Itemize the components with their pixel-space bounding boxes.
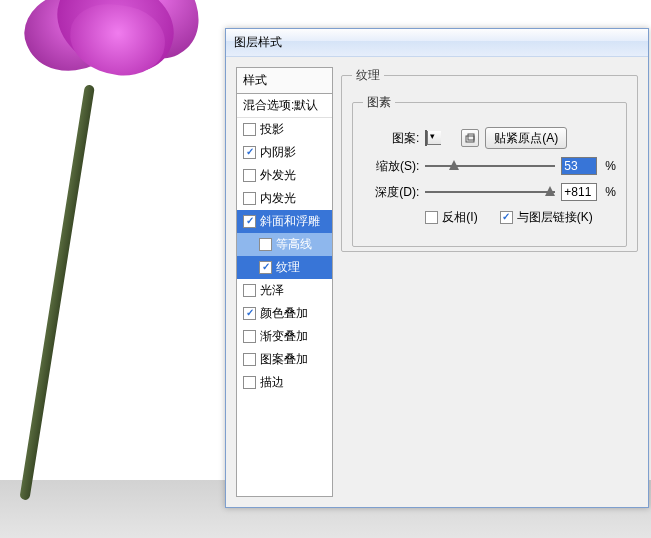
dialog-title: 图层样式 (234, 35, 282, 49)
style-item-checkbox[interactable] (243, 146, 256, 159)
pattern-dropdown-icon[interactable] (427, 131, 441, 145)
blend-options-row[interactable]: 混合选项:默认 (237, 94, 332, 118)
svg-rect-1 (468, 134, 474, 140)
scale-slider[interactable] (425, 159, 555, 173)
style-item-outer-glow[interactable]: 外发光 (237, 164, 332, 187)
style-item-color-overlay[interactable]: 颜色叠加 (237, 302, 332, 325)
style-item-checkbox[interactable] (243, 307, 256, 320)
style-item-label: 纹理 (276, 259, 300, 276)
style-item-label: 图案叠加 (260, 351, 308, 368)
snap-origin-button[interactable]: 贴紧原点(A) (485, 127, 567, 149)
snap-origin-label: 贴紧原点(A) (494, 130, 558, 147)
dialog-titlebar[interactable]: 图层样式 (226, 29, 648, 57)
style-item-pattern-overlay[interactable]: 图案叠加 (237, 348, 332, 371)
depth-row: 深度(D): % (363, 183, 616, 201)
style-item-drop-shadow[interactable]: 投影 (237, 118, 332, 141)
style-item-label: 颜色叠加 (260, 305, 308, 322)
new-preset-button[interactable] (461, 129, 479, 147)
style-item-label: 内发光 (260, 190, 296, 207)
depth-pct: % (605, 185, 616, 199)
styles-list: 样式 混合选项:默认 投影内阴影外发光内发光斜面和浮雕等高线纹理光泽颜色叠加渐变… (236, 67, 333, 497)
svg-rect-0 (466, 136, 474, 142)
style-item-label: 等高线 (276, 236, 312, 253)
style-item-checkbox[interactable] (243, 123, 256, 136)
pattern-row: 图案: 贴紧原点(A) (363, 127, 616, 149)
texture-panel: 纹理 图素 图案: (341, 67, 638, 497)
link-checkbox[interactable]: 与图层链接(K) (500, 209, 593, 226)
depth-slider[interactable] (425, 185, 555, 199)
flower-head (15, 0, 215, 95)
style-item-checkbox[interactable] (243, 169, 256, 182)
style-item-checkbox[interactable] (243, 353, 256, 366)
style-item-stroke[interactable]: 描边 (237, 371, 332, 394)
style-item-checkbox[interactable] (243, 330, 256, 343)
style-item-contour[interactable]: 等高线 (237, 233, 332, 256)
pattern-label: 图案: (363, 130, 419, 147)
scale-row: 缩放(S): % (363, 157, 616, 175)
depth-input[interactable] (561, 183, 597, 201)
texture-fieldset: 纹理 图素 图案: (341, 67, 638, 252)
style-item-label: 投影 (260, 121, 284, 138)
style-item-checkbox[interactable] (259, 238, 272, 251)
elements-legend: 图素 (363, 94, 395, 111)
style-item-checkbox[interactable] (243, 284, 256, 297)
texture-legend: 纹理 (352, 67, 384, 84)
scale-label: 缩放(S): (363, 158, 419, 175)
style-item-texture[interactable]: 纹理 (237, 256, 332, 279)
scale-input[interactable] (561, 157, 597, 175)
style-item-label: 光泽 (260, 282, 284, 299)
style-item-label: 外发光 (260, 167, 296, 184)
style-item-checkbox[interactable] (243, 192, 256, 205)
options-row: 反相(I) 与图层链接(K) (425, 209, 616, 226)
flower-stem (19, 84, 95, 500)
layer-style-dialog: 图层样式 样式 混合选项:默认 投影内阴影外发光内发光斜面和浮雕等高线纹理光泽颜… (225, 28, 649, 508)
style-item-checkbox[interactable] (243, 215, 256, 228)
style-item-bevel-emboss[interactable]: 斜面和浮雕 (237, 210, 332, 233)
style-item-label: 斜面和浮雕 (260, 213, 320, 230)
style-item-label: 渐变叠加 (260, 328, 308, 345)
invert-label: 反相(I) (442, 209, 477, 226)
style-item-label: 内阴影 (260, 144, 296, 161)
elements-fieldset: 图素 图案: (352, 94, 627, 247)
style-item-inner-shadow[interactable]: 内阴影 (237, 141, 332, 164)
style-item-inner-glow[interactable]: 内发光 (237, 187, 332, 210)
style-item-gradient-overlay[interactable]: 渐变叠加 (237, 325, 332, 348)
styles-header[interactable]: 样式 (237, 68, 332, 94)
dialog-body: 样式 混合选项:默认 投影内阴影外发光内发光斜面和浮雕等高线纹理光泽颜色叠加渐变… (226, 57, 648, 507)
style-item-checkbox[interactable] (259, 261, 272, 274)
style-item-label: 描边 (260, 374, 284, 391)
invert-checkbox[interactable]: 反相(I) (425, 209, 477, 226)
depth-label: 深度(D): (363, 184, 419, 201)
scale-pct: % (605, 159, 616, 173)
style-item-satin[interactable]: 光泽 (237, 279, 332, 302)
link-label: 与图层链接(K) (517, 209, 593, 226)
style-item-checkbox[interactable] (243, 376, 256, 389)
